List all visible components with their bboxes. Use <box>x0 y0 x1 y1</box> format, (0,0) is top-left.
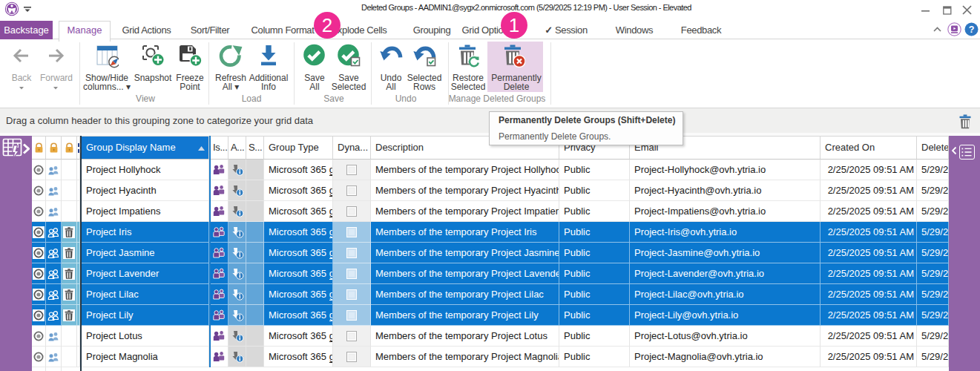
svg-text:?: ? <box>969 24 975 35</box>
